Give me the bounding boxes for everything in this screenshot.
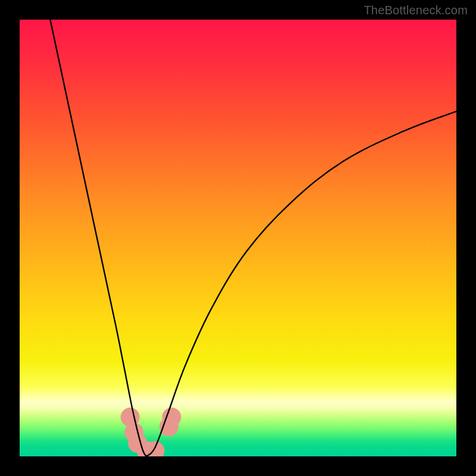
curve-layer <box>20 20 456 456</box>
plot-area <box>20 20 456 456</box>
curve-left-branch <box>50 20 146 456</box>
watermark-text: TheBottleneck.com <box>364 4 468 17</box>
data-marker <box>162 408 181 427</box>
marker-group <box>121 408 181 456</box>
curve-right-branch <box>146 111 456 456</box>
chart-frame: TheBottleneck.com <box>0 0 476 476</box>
